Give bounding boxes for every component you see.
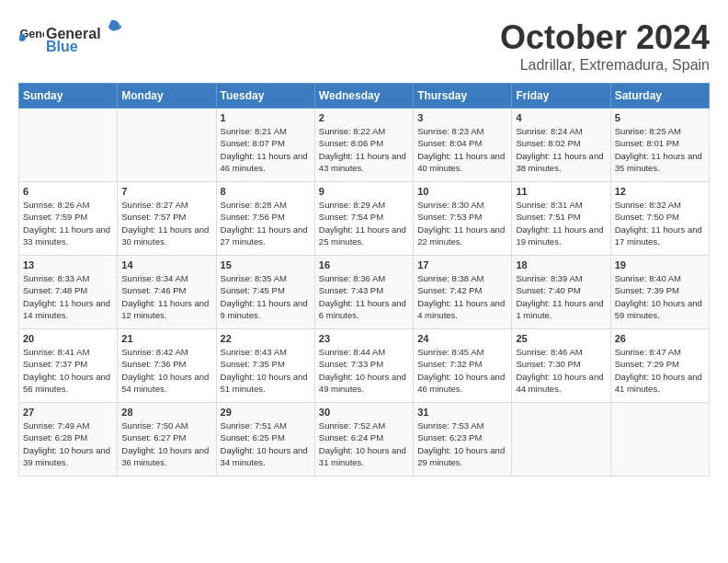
day-info: Sunrise: 8:24 AM Sunset: 8:02 PM Dayligh… <box>516 125 606 174</box>
day-info: Sunrise: 8:32 AM Sunset: 7:50 PM Dayligh… <box>615 199 705 247</box>
calendar-cell: 20Sunrise: 8:41 AM Sunset: 7:37 PM Dayli… <box>19 329 118 403</box>
calendar-cell: 3Sunrise: 8:23 AM Sunset: 8:04 PM Daylig… <box>414 109 512 182</box>
calendar-cell: 4Sunrise: 8:24 AM Sunset: 8:02 PM Daylig… <box>512 109 610 182</box>
calendar-cell: 12Sunrise: 8:32 AM Sunset: 7:50 PM Dayli… <box>610 182 709 256</box>
day-info: Sunrise: 8:46 AM Sunset: 7:30 PM Dayligh… <box>516 346 606 395</box>
day-info: Sunrise: 8:40 AM Sunset: 7:39 PM Dayligh… <box>615 272 705 321</box>
day-number: 24 <box>417 333 507 344</box>
calendar-cell: 24Sunrise: 8:45 AM Sunset: 7:32 PM Dayli… <box>414 329 512 403</box>
day-number: 26 <box>615 333 705 344</box>
day-info: Sunrise: 7:50 AM Sunset: 6:27 PM Dayligh… <box>121 419 211 468</box>
calendar-cell: 17Sunrise: 8:38 AM Sunset: 7:42 PM Dayli… <box>414 256 512 329</box>
day-info: Sunrise: 8:45 AM Sunset: 7:32 PM Dayligh… <box>417 346 507 395</box>
calendar-cell: 15Sunrise: 8:35 AM Sunset: 7:45 PM Dayli… <box>216 256 314 329</box>
calendar-cell: 7Sunrise: 8:27 AM Sunset: 7:57 PM Daylig… <box>118 182 216 256</box>
day-number: 9 <box>319 186 409 197</box>
logo-bird-icon <box>101 18 121 39</box>
logo-icon: General <box>18 24 44 50</box>
day-info: Sunrise: 8:28 AM Sunset: 7:56 PM Dayligh… <box>221 199 311 247</box>
calendar-cell: 2Sunrise: 8:22 AM Sunset: 8:06 PM Daylig… <box>314 109 413 182</box>
day-info: Sunrise: 8:36 AM Sunset: 7:43 PM Dayligh… <box>319 272 409 321</box>
day-number: 12 <box>615 186 705 197</box>
day-number: 10 <box>417 186 507 197</box>
day-number: 22 <box>221 333 311 344</box>
calendar-cell: 6Sunrise: 8:26 AM Sunset: 7:59 PM Daylig… <box>19 182 118 256</box>
day-number: 14 <box>121 259 211 270</box>
day-number: 8 <box>221 186 311 197</box>
day-number: 23 <box>319 333 409 344</box>
location-title: Ladrillar, Extremadura, Spain <box>500 57 710 74</box>
day-number: 13 <box>23 259 113 270</box>
day-info: Sunrise: 8:33 AM Sunset: 7:48 PM Dayligh… <box>23 272 113 321</box>
calendar-cell <box>512 403 610 477</box>
col-saturday: Saturday <box>610 84 709 109</box>
day-info: Sunrise: 8:30 AM Sunset: 7:53 PM Dayligh… <box>417 199 507 247</box>
day-number: 7 <box>121 186 211 197</box>
day-info: Sunrise: 8:35 AM Sunset: 7:45 PM Dayligh… <box>221 272 311 321</box>
day-number: 11 <box>516 186 606 197</box>
day-info: Sunrise: 8:31 AM Sunset: 7:51 PM Dayligh… <box>516 199 606 247</box>
calendar-cell: 10Sunrise: 8:30 AM Sunset: 7:53 PM Dayli… <box>414 182 512 256</box>
day-info: Sunrise: 7:49 AM Sunset: 6:28 PM Dayligh… <box>23 419 113 468</box>
calendar-cell: 28Sunrise: 7:50 AM Sunset: 6:27 PM Dayli… <box>118 403 216 477</box>
day-number: 3 <box>417 112 507 123</box>
col-friday: Friday <box>512 84 610 109</box>
day-info: Sunrise: 8:23 AM Sunset: 8:04 PM Dayligh… <box>417 125 507 174</box>
calendar-week-row: 20Sunrise: 8:41 AM Sunset: 7:37 PM Dayli… <box>19 329 710 403</box>
day-number: 29 <box>221 407 311 418</box>
logo: General General Blue <box>18 18 121 55</box>
day-number: 4 <box>516 112 606 123</box>
col-tuesday: Tuesday <box>216 84 314 109</box>
calendar-week-row: 6Sunrise: 8:26 AM Sunset: 7:59 PM Daylig… <box>19 182 710 256</box>
calendar-cell: 8Sunrise: 8:28 AM Sunset: 7:56 PM Daylig… <box>216 182 314 256</box>
day-number: 21 <box>121 333 211 344</box>
day-info: Sunrise: 7:53 AM Sunset: 6:23 PM Dayligh… <box>417 419 507 468</box>
col-thursday: Thursday <box>414 84 512 109</box>
calendar-cell: 19Sunrise: 8:40 AM Sunset: 7:39 PM Dayli… <box>610 256 709 329</box>
day-info: Sunrise: 8:22 AM Sunset: 8:06 PM Dayligh… <box>319 125 409 174</box>
day-info: Sunrise: 7:52 AM Sunset: 6:24 PM Dayligh… <box>319 419 409 468</box>
title-section: October 2024 Ladrillar, Extremadura, Spa… <box>500 18 710 74</box>
calendar-week-row: 27Sunrise: 7:49 AM Sunset: 6:28 PM Dayli… <box>19 403 710 477</box>
day-number: 5 <box>615 112 705 123</box>
calendar-table: Sunday Monday Tuesday Wednesday Thursday… <box>18 83 710 477</box>
day-info: Sunrise: 8:47 AM Sunset: 7:29 PM Dayligh… <box>615 346 705 395</box>
calendar-body: 1Sunrise: 8:21 AM Sunset: 8:07 PM Daylig… <box>19 109 710 477</box>
calendar-cell: 1Sunrise: 8:21 AM Sunset: 8:07 PM Daylig… <box>216 109 314 182</box>
day-number: 2 <box>319 112 409 123</box>
day-info: Sunrise: 8:42 AM Sunset: 7:36 PM Dayligh… <box>121 346 211 395</box>
calendar-cell: 13Sunrise: 8:33 AM Sunset: 7:48 PM Dayli… <box>19 256 118 329</box>
day-info: Sunrise: 8:27 AM Sunset: 7:57 PM Dayligh… <box>121 199 211 247</box>
calendar-cell: 30Sunrise: 7:52 AM Sunset: 6:24 PM Dayli… <box>314 403 413 477</box>
day-number: 1 <box>221 112 311 123</box>
calendar-cell: 18Sunrise: 8:39 AM Sunset: 7:40 PM Dayli… <box>512 256 610 329</box>
calendar-week-row: 1Sunrise: 8:21 AM Sunset: 8:07 PM Daylig… <box>19 109 710 182</box>
calendar-cell <box>19 109 118 182</box>
col-sunday: Sunday <box>19 84 118 109</box>
calendar-cell: 9Sunrise: 8:29 AM Sunset: 7:54 PM Daylig… <box>314 182 413 256</box>
day-info: Sunrise: 8:25 AM Sunset: 8:01 PM Dayligh… <box>615 125 705 174</box>
day-number: 27 <box>23 407 113 418</box>
calendar-cell: 21Sunrise: 8:42 AM Sunset: 7:36 PM Dayli… <box>118 329 216 403</box>
day-info: Sunrise: 8:29 AM Sunset: 7:54 PM Dayligh… <box>319 199 409 247</box>
calendar-cell: 14Sunrise: 8:34 AM Sunset: 7:46 PM Dayli… <box>118 256 216 329</box>
day-info: Sunrise: 8:21 AM Sunset: 8:07 PM Dayligh… <box>221 125 311 174</box>
day-info: Sunrise: 8:26 AM Sunset: 7:59 PM Dayligh… <box>23 199 113 247</box>
day-number: 18 <box>516 259 606 270</box>
day-number: 17 <box>417 259 507 270</box>
day-number: 31 <box>417 407 507 418</box>
day-number: 19 <box>615 259 705 270</box>
day-info: Sunrise: 8:34 AM Sunset: 7:46 PM Dayligh… <box>121 272 211 321</box>
calendar-cell: 11Sunrise: 8:31 AM Sunset: 7:51 PM Dayli… <box>512 182 610 256</box>
calendar-cell: 31Sunrise: 7:53 AM Sunset: 6:23 PM Dayli… <box>414 403 512 477</box>
calendar-cell: 22Sunrise: 8:43 AM Sunset: 7:35 PM Dayli… <box>216 329 314 403</box>
day-info: Sunrise: 7:51 AM Sunset: 6:25 PM Dayligh… <box>221 419 311 468</box>
month-title: October 2024 <box>500 18 710 57</box>
calendar-cell: 29Sunrise: 7:51 AM Sunset: 6:25 PM Dayli… <box>216 403 314 477</box>
day-info: Sunrise: 8:38 AM Sunset: 7:42 PM Dayligh… <box>417 272 507 321</box>
day-info: Sunrise: 8:41 AM Sunset: 7:37 PM Dayligh… <box>23 346 113 395</box>
calendar-cell: 27Sunrise: 7:49 AM Sunset: 6:28 PM Dayli… <box>19 403 118 477</box>
calendar-cell: 25Sunrise: 8:46 AM Sunset: 7:30 PM Dayli… <box>512 329 610 403</box>
calendar-cell: 23Sunrise: 8:44 AM Sunset: 7:33 PM Dayli… <box>314 329 413 403</box>
day-number: 6 <box>23 186 113 197</box>
